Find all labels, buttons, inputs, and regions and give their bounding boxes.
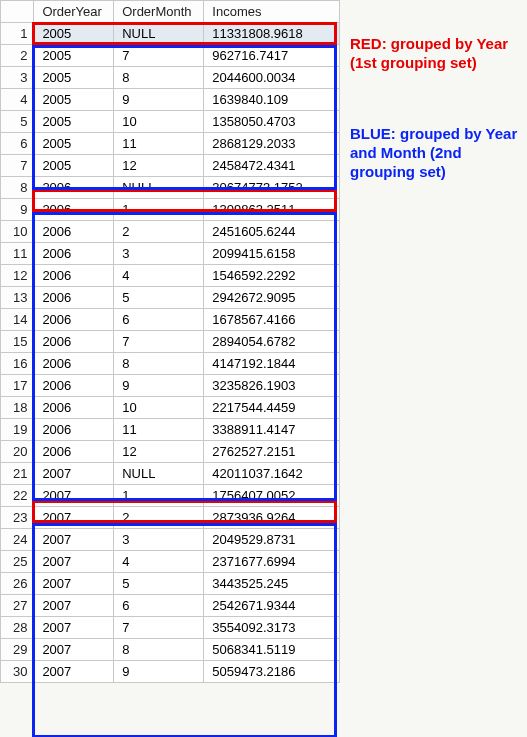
rownum-cell: 12 [1,265,34,287]
table-row[interactable]: 10200622451605.6244 [1,221,340,243]
rownum-cell: 27 [1,595,34,617]
table-row[interactable]: 192006113388911.4147 [1,419,340,441]
year-cell: 2007 [34,507,114,529]
year-cell: 2006 [34,419,114,441]
year-cell: 2005 [34,89,114,111]
table-row[interactable]: 3200582044600.0034 [1,67,340,89]
rownum-cell: 15 [1,331,34,353]
income-cell: 2371677.6994 [204,551,340,573]
year-cell: 2006 [34,199,114,221]
month-cell: 10 [114,397,204,419]
table-row[interactable]: 62005112868129.2033 [1,133,340,155]
header-income: Incomes [204,1,340,23]
month-cell: 9 [114,89,204,111]
year-cell: 2007 [34,661,114,683]
month-cell: NULL [114,177,204,199]
rownum-cell: 22 [1,485,34,507]
year-cell: 2006 [34,243,114,265]
year-cell: 2005 [34,155,114,177]
table-row[interactable]: 12200641546592.2292 [1,265,340,287]
table-row[interactable]: 9200611309863.2511 [1,199,340,221]
table-row[interactable]: 14200661678567.4166 [1,309,340,331]
month-cell: 3 [114,529,204,551]
annotation-red: RED: grouped by Year (1st grouping set) [350,35,520,73]
year-cell: 2005 [34,45,114,67]
month-cell: NULL [114,23,204,45]
table-row[interactable]: 30200795059473.2186 [1,661,340,683]
year-cell: 2006 [34,221,114,243]
table-row[interactable]: 82006NULL30674773.1752 [1,177,340,199]
year-cell: 2005 [34,111,114,133]
year-cell: 2005 [34,23,114,45]
income-cell: 1309863.2511 [204,199,340,221]
income-cell: 2762527.2151 [204,441,340,463]
rownum-cell: 1 [1,23,34,45]
rownum-cell: 16 [1,353,34,375]
table-row[interactable]: 13200652942672.9095 [1,287,340,309]
month-cell: 11 [114,419,204,441]
income-cell: 2942672.9095 [204,287,340,309]
year-cell: 2007 [34,529,114,551]
income-cell: 2044600.0034 [204,67,340,89]
month-cell: 1 [114,485,204,507]
table-row[interactable]: 4200591639840.109 [1,89,340,111]
rownum-cell: 2 [1,45,34,67]
rownum-cell: 8 [1,177,34,199]
header-month: OrderMonth [114,1,204,23]
month-cell: 5 [114,287,204,309]
table-row[interactable]: 52005101358050.4703 [1,111,340,133]
table-row[interactable]: 25200742371677.6994 [1,551,340,573]
table-row[interactable]: 220057962716.7417 [1,45,340,67]
table-row[interactable]: 212007NULL42011037.1642 [1,463,340,485]
header-year: OrderYear [34,1,114,23]
rownum-cell: 3 [1,67,34,89]
table-row[interactable]: 24200732049529.8731 [1,529,340,551]
table-row[interactable]: 182006102217544.4459 [1,397,340,419]
table-row[interactable]: 28200773554092.3173 [1,617,340,639]
month-cell: 7 [114,617,204,639]
year-cell: 2006 [34,309,114,331]
month-cell: 9 [114,375,204,397]
rownum-cell: 25 [1,551,34,573]
year-cell: 2006 [34,397,114,419]
month-cell: 12 [114,155,204,177]
table-row[interactable]: 12005NULL11331808.9618 [1,23,340,45]
table-row[interactable]: 29200785068341.5119 [1,639,340,661]
month-cell: 3 [114,243,204,265]
income-cell: 1358050.4703 [204,111,340,133]
table-row[interactable]: 17200693235826.1903 [1,375,340,397]
income-cell: 1756407.0052 [204,485,340,507]
income-cell: 30674773.1752 [204,177,340,199]
rownum-cell: 11 [1,243,34,265]
income-cell: 5068341.5119 [204,639,340,661]
rownum-cell: 5 [1,111,34,133]
month-cell: 6 [114,595,204,617]
table-row[interactable]: 202006122762527.2151 [1,441,340,463]
month-cell: NULL [114,463,204,485]
annotation-blue: BLUE: grouped by Year and Month (2nd gro… [350,125,520,181]
income-cell: 3388911.4147 [204,419,340,441]
rownum-cell: 4 [1,89,34,111]
table-row[interactable]: 27200762542671.9344 [1,595,340,617]
income-cell: 2458472.4341 [204,155,340,177]
table-row[interactable]: 11200632099415.6158 [1,243,340,265]
income-cell: 5059473.2186 [204,661,340,683]
month-cell: 8 [114,353,204,375]
income-cell: 962716.7417 [204,45,340,67]
income-cell: 2099415.6158 [204,243,340,265]
income-cell: 1639840.109 [204,89,340,111]
table-row[interactable]: 16200684147192.1844 [1,353,340,375]
results-grid: OrderYear OrderMonth Incomes 12005NULL11… [0,0,340,683]
month-cell: 9 [114,661,204,683]
table-row[interactable]: 15200672894054.6782 [1,331,340,353]
table-row[interactable]: 22200711756407.0052 [1,485,340,507]
table-row[interactable]: 72005122458472.4341 [1,155,340,177]
month-cell: 11 [114,133,204,155]
month-cell: 2 [114,221,204,243]
month-cell: 6 [114,309,204,331]
rownum-cell: 30 [1,661,34,683]
table-row[interactable]: 23200722873936.9264 [1,507,340,529]
income-cell: 1546592.2292 [204,265,340,287]
rownum-cell: 6 [1,133,34,155]
table-row[interactable]: 26200753443525.245 [1,573,340,595]
